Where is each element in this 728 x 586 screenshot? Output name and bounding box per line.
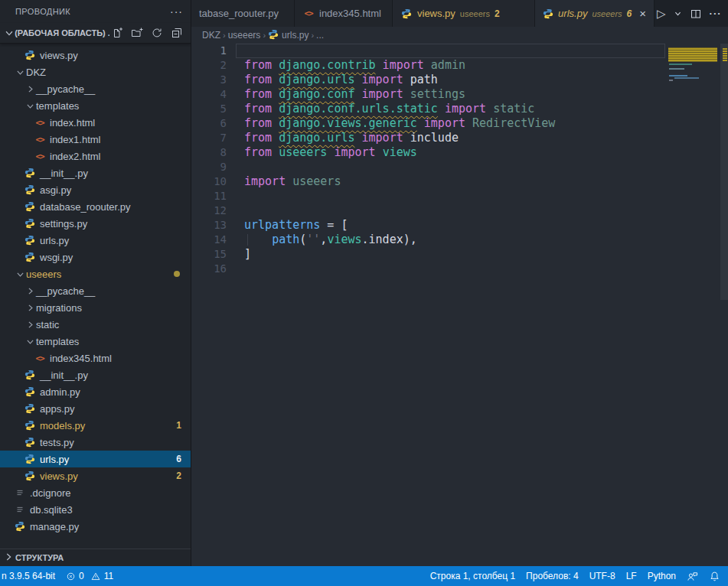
breadcrumb-item[interactable]: useeers bbox=[228, 30, 261, 41]
code-line-6[interactable]: 6from django.views.generic import Redire… bbox=[191, 116, 668, 131]
tree-item-label: admin.py bbox=[40, 386, 80, 398]
code-line-10[interactable]: 10import useeers bbox=[191, 174, 668, 189]
tree-file-wsgi-py[interactable]: wsgi.py bbox=[0, 249, 191, 265]
close-icon[interactable]: × bbox=[639, 8, 646, 19]
tree-file-database-roouter-py[interactable]: database_roouter.py bbox=[0, 198, 191, 215]
tree-file-views-py[interactable]: views.py2 bbox=[0, 467, 191, 484]
tree-folder-static[interactable]: static bbox=[0, 316, 191, 333]
minimap[interactable] bbox=[668, 45, 720, 566]
scrollbar[interactable] bbox=[720, 44, 728, 566]
outline-section-header[interactable]: СТРУКТУРА bbox=[0, 549, 191, 566]
breadcrumb-item[interactable]: urls.py bbox=[268, 29, 309, 42]
tree-file-urls-py[interactable]: urls.py6 bbox=[0, 451, 191, 467]
file-tree: views.pyDKZ__pycache__templates<>index.h… bbox=[0, 44, 191, 549]
code-line-14[interactable]: 14 path('',views.index), bbox=[191, 233, 668, 247]
tab-views-py[interactable]: views.pyuseeers2 bbox=[393, 0, 535, 27]
explorer-more-actions-icon[interactable]: ··· bbox=[170, 5, 183, 18]
tree-file-index2-html[interactable]: <>index2.html bbox=[0, 148, 191, 164]
tree-item-label: __init__.py bbox=[40, 370, 88, 381]
tree-item-label: templates bbox=[36, 336, 79, 347]
tree-folder--pycache-[interactable]: __pycache__ bbox=[0, 80, 191, 97]
code-editor[interactable]: 12from django.contrib import admin3from … bbox=[191, 44, 728, 566]
tree-folder-templates[interactable]: templates bbox=[0, 97, 191, 114]
code-line-2[interactable]: 2from django.contrib import admin bbox=[191, 58, 668, 73]
code-line-3[interactable]: 3from django.urls import path bbox=[191, 73, 668, 87]
status-python[interactable]: Python bbox=[642, 566, 681, 586]
tree-file-urls-py[interactable]: urls.py bbox=[0, 232, 191, 249]
python-icon bbox=[401, 8, 412, 19]
tree-file-apps-py[interactable]: apps.py bbox=[0, 400, 191, 417]
code-line-4[interactable]: 4from django.conf import settings bbox=[191, 87, 668, 102]
problems-status[interactable]: 0 11 bbox=[60, 566, 119, 586]
tree-file-views-py[interactable]: views.py bbox=[0, 47, 191, 63]
tree-file-tests-py[interactable]: tests.py bbox=[0, 434, 191, 451]
status-пробелов-4[interactable]: Пробелов: 4 bbox=[521, 566, 584, 586]
code-line-11[interactable]: 11 bbox=[191, 189, 668, 203]
split-editor-icon[interactable] bbox=[687, 5, 704, 23]
line-number: 14 bbox=[191, 233, 227, 247]
run-dropdown-icon[interactable] bbox=[671, 5, 684, 23]
new-folder-icon[interactable] bbox=[129, 25, 145, 41]
tree-folder-templates[interactable]: templates bbox=[0, 333, 191, 350]
modified-dot-badge bbox=[174, 271, 180, 277]
line-number: 2 bbox=[191, 58, 227, 73]
code-line-9[interactable]: 9 bbox=[191, 160, 668, 174]
code-line-8[interactable]: 8from useeers import views bbox=[191, 145, 668, 160]
line-number: 16 bbox=[191, 262, 227, 276]
tree-file-manage-py[interactable]: manage.py bbox=[0, 518, 191, 535]
chevron-right-icon bbox=[24, 285, 36, 297]
run-python-file-button[interactable]: ▷ bbox=[655, 5, 668, 23]
tree-file--init-py[interactable]: __init__.py bbox=[0, 366, 191, 383]
tree-item-label: asgi.py bbox=[40, 184, 71, 196]
error-icon bbox=[66, 571, 76, 581]
collapse-all-icon[interactable] bbox=[169, 25, 184, 41]
code-line-16[interactable]: 16 bbox=[191, 262, 668, 276]
feedback-icon[interactable] bbox=[681, 566, 704, 586]
chevron-right-icon bbox=[24, 318, 36, 330]
file-icon bbox=[15, 504, 25, 515]
tree-file-settings-py[interactable]: settings.py bbox=[0, 215, 191, 232]
python-interpreter-status[interactable]: n 3.9.5 64-bit bbox=[0, 566, 60, 586]
code-line-13[interactable]: 13urlpatterns = [ bbox=[191, 218, 668, 233]
tree-file-models-py[interactable]: models.py1 bbox=[0, 417, 191, 434]
tree-folder-useeers[interactable]: useeers bbox=[0, 265, 191, 282]
tree-file--init-py[interactable]: __init__.py bbox=[0, 164, 191, 181]
code-line-15[interactable]: 15] bbox=[191, 247, 668, 262]
tree-folder-migrations[interactable]: migrations bbox=[0, 299, 191, 316]
code-line-1[interactable]: 1 bbox=[191, 44, 668, 58]
workspace-section-header[interactable]: (РАБОЧАЯ ОБЛАСТЬ) ... bbox=[0, 23, 191, 44]
notifications-bell-icon[interactable] bbox=[704, 566, 728, 586]
tab-tabase-roouter-py[interactable]: tabase_roouter.py bbox=[191, 0, 295, 27]
status-utf-8[interactable]: UTF-8 bbox=[584, 566, 621, 586]
tree-file-index1-html[interactable]: <>index1.html bbox=[0, 131, 191, 148]
line-number: 5 bbox=[191, 102, 227, 116]
tree-item-label: useeers bbox=[26, 269, 61, 280]
tree-file-index-html[interactable]: <>index.html bbox=[0, 114, 191, 131]
indent-guide bbox=[247, 234, 248, 246]
tree-folder-dkz[interactable]: DKZ bbox=[0, 63, 191, 80]
tree-file-asgi-py[interactable]: asgi.py bbox=[0, 181, 191, 198]
status-lf[interactable]: LF bbox=[621, 566, 642, 586]
code-line-5[interactable]: 5from django.conf.urls.static import sta… bbox=[191, 102, 668, 116]
code-line-7[interactable]: 7from django.urls import include bbox=[191, 131, 668, 145]
code-line-12[interactable]: 12 bbox=[191, 203, 668, 218]
refresh-icon[interactable] bbox=[149, 25, 165, 41]
new-file-icon[interactable] bbox=[109, 25, 125, 41]
breadcrumb-item[interactable]: ... bbox=[316, 30, 324, 41]
tab-description: useeers bbox=[592, 9, 622, 18]
code-pane[interactable]: 12from django.contrib import admin3from … bbox=[191, 44, 668, 566]
tree-file-index345-html[interactable]: <>index345.html bbox=[0, 350, 191, 366]
line-number: 15 bbox=[191, 247, 227, 262]
python-icon bbox=[24, 420, 35, 431]
tab-index345-html[interactable]: <>index345.html bbox=[295, 0, 393, 27]
status-строка-1-столбец-1[interactable]: Строка 1, столбец 1 bbox=[425, 566, 521, 586]
tree-file-db-sqlite3[interactable]: db.sqlite3 bbox=[0, 501, 191, 518]
tab-title: urls.py bbox=[558, 8, 587, 19]
breadcrumb-item[interactable]: DKZ bbox=[202, 30, 220, 41]
tree-folder--pycache-[interactable]: __pycache__ bbox=[0, 282, 191, 299]
tree-file--dcignore[interactable]: .dcignore bbox=[0, 484, 191, 501]
chevron-right-icon: › bbox=[263, 31, 266, 40]
tree-file-admin-py[interactable]: admin.py bbox=[0, 383, 191, 400]
editor-more-actions-icon[interactable]: ··· bbox=[707, 5, 724, 23]
tab-urls-py[interactable]: urls.pyuseeers6× bbox=[535, 0, 655, 27]
